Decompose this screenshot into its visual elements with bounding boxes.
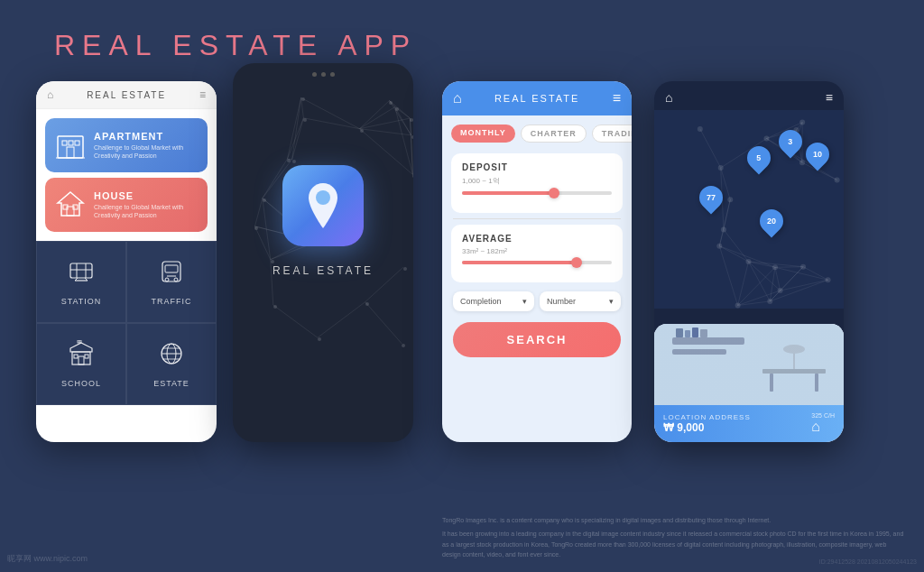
house-icon (54, 187, 87, 223)
svg-point-82 (835, 178, 840, 183)
property-area: 325 C/H (811, 412, 835, 419)
house-title: HOUSE (94, 190, 199, 201)
svg-marker-6 (58, 192, 83, 216)
apartment-card[interactable]: APARTMENT Challenge to Global Market wit… (45, 118, 208, 172)
svg-line-113 (781, 267, 803, 291)
average-label: AVERAGE (462, 234, 612, 244)
estate-label: ESTATE (153, 379, 189, 388)
nav-station[interactable]: STATION (36, 241, 126, 323)
traffic-icon (158, 258, 185, 291)
map-pin[interactable]: 10 (806, 143, 829, 166)
number-label: Number (547, 297, 576, 306)
phone3-menu-icon: ≡ (613, 90, 621, 106)
svg-line-36 (365, 302, 402, 344)
svg-point-19 (174, 278, 178, 281)
svg-line-111 (719, 246, 737, 306)
completion-label: Completion (460, 297, 502, 306)
svg-line-71 (360, 129, 413, 175)
svg-rect-3 (75, 141, 79, 145)
svg-line-110 (738, 291, 781, 305)
map-pin[interactable]: 20 (760, 209, 783, 233)
tab-charter[interactable]: CHARTER (521, 125, 587, 143)
map-view[interactable]: 5 3 10 77 20 (654, 110, 844, 309)
phone4-header: ⌂ ≡ (654, 81, 844, 110)
phone1: ⌂ REAL ESTATE ≡ APARTMENT Challenge to G… (36, 81, 217, 442)
pin-icon (300, 179, 346, 233)
estate-icon (158, 340, 185, 374)
apartment-subtitle: Challenge to Global Market with Creativi… (94, 143, 199, 160)
nav-estate[interactable]: ESTATE (126, 323, 217, 405)
average-section: AVERAGE 33m² ~ 182m² (451, 225, 623, 282)
map-pin[interactable]: 5 (747, 146, 771, 170)
svg-line-92 (700, 129, 721, 168)
footer-line2: It has been growing into a leading compa… (442, 529, 906, 559)
svg-rect-2 (69, 141, 73, 145)
phone1-title: REAL ESTATE (87, 90, 166, 100)
section-divider (453, 218, 621, 219)
svg-line-101 (775, 267, 803, 268)
svg-line-103 (775, 267, 828, 280)
house-subtitle: Challenge to Global Market with Creativi… (94, 203, 199, 219)
phone2-body: REAL ESTATE (233, 86, 413, 356)
svg-line-102 (719, 246, 775, 268)
property-area-wrap: 325 C/H ⌂ (811, 412, 835, 435)
app-icon[interactable] (282, 165, 364, 246)
phone4-menu-icon: ≡ (826, 90, 833, 105)
svg-line-130 (719, 230, 724, 246)
phone1-nav: STATION TRAFFIC (36, 241, 217, 405)
phone2-notch (233, 63, 413, 86)
watermark-left: 昵享网 www.nipic.com (7, 553, 88, 565)
house-text: HOUSE Challenge to Global Market with Cr… (94, 190, 199, 219)
search-button[interactable]: SEARCH (453, 322, 621, 357)
watermark-right: ID:29412528 20210812050244123 (819, 558, 917, 565)
svg-line-69 (360, 129, 411, 135)
home-icon: ⌂ (47, 88, 53, 101)
number-dropdown[interactable]: Number ▾ (540, 291, 621, 311)
traffic-label: TRAFFIC (152, 297, 192, 306)
footer-text: TongRo Images Inc. is a content company … (442, 515, 906, 559)
property-image (654, 324, 844, 405)
nav-traffic[interactable]: TRAFFIC (126, 241, 217, 323)
nav-school[interactable]: SCHOOL (36, 323, 126, 405)
svg-point-73 (316, 190, 330, 205)
deposit-section: DEPOSIT 1,000 ~ 1억 (451, 153, 623, 213)
svg-line-112 (738, 262, 749, 306)
phone1-header: ⌂ REAL ESTATE ≡ (36, 81, 217, 109)
phone4-home-icon: ⌂ (665, 90, 672, 105)
school-label: SCHOOL (61, 379, 101, 388)
page-title: REAL ESTATE APP (54, 29, 417, 62)
svg-line-124 (724, 199, 730, 229)
average-slider[interactable] (462, 261, 612, 264)
house-card[interactable]: HOUSE Challenge to Global Market with Cr… (45, 178, 208, 232)
svg-line-132 (724, 230, 749, 262)
phone2-app-name: REAL ESTATE (273, 264, 374, 277)
phone3-tabs: MONTHLY CHARTER TRADING (442, 115, 632, 148)
map-pin[interactable]: 77 (699, 186, 723, 209)
svg-line-62 (389, 101, 411, 135)
apartment-title: APARTMENT (94, 131, 199, 142)
apartment-text: APARTMENT Challenge to Global Market wit… (94, 131, 199, 160)
phone3-header: ⌂ REAL ESTATE ≡ (442, 81, 632, 115)
completion-dropdown[interactable]: Completion ▾ (453, 291, 534, 311)
deposit-range: 1,000 ~ 1억 (462, 176, 612, 186)
svg-marker-22 (70, 343, 92, 352)
property-home-icon: ⌂ (811, 419, 835, 435)
deposit-slider[interactable] (462, 191, 612, 195)
tab-trading[interactable]: TRADING (592, 125, 632, 143)
svg-line-51 (254, 198, 262, 226)
property-card[interactable]: LOCATION ADDRESS ₩ 9,000 325 C/H ⌂ (654, 324, 844, 442)
svg-line-119 (803, 267, 828, 281)
svg-line-41 (301, 97, 304, 117)
svg-rect-145 (654, 324, 844, 405)
footer-line1: TongRo Images Inc. is a content company … (442, 515, 906, 525)
tab-monthly[interactable]: MONTHLY (451, 125, 515, 143)
completion-chevron: ▾ (522, 297, 527, 306)
phone3-title: REAL ESTATE (494, 93, 580, 104)
svg-rect-25 (74, 355, 78, 358)
map-pin[interactable]: 3 (779, 130, 802, 153)
phone3: ⌂ REAL ESTATE ≡ MONTHLY CHARTER TRADING … (442, 81, 632, 442)
menu-icon: ≡ (199, 88, 206, 101)
property-price: ₩ 9,000 (663, 421, 751, 434)
property-info: LOCATION ADDRESS ₩ 9,000 325 C/H ⌂ (654, 405, 844, 442)
svg-line-63 (360, 101, 390, 129)
